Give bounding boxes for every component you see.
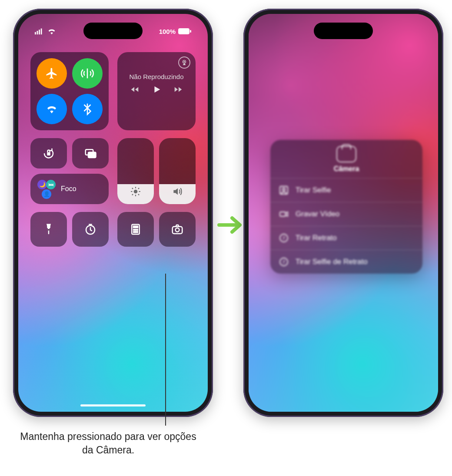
- moon-icon: 🌙: [37, 180, 47, 189]
- camera-option-label: Tirar Selfie de Retrato: [296, 258, 368, 266]
- cellular-signal-icon: [35, 26, 44, 36]
- connectivity-group[interactable]: [30, 52, 109, 130]
- brightness-icon: [117, 186, 154, 197]
- bluetooth-toggle[interactable]: [72, 94, 103, 124]
- camera-option-label: Gravar Vídeo: [296, 210, 339, 218]
- svg-text:f: f: [283, 259, 285, 264]
- aperture-icon: f: [278, 256, 289, 268]
- camera-menu-title: Câmera: [270, 165, 422, 173]
- now-playing-tile[interactable]: Não Reproduzindo: [117, 52, 196, 130]
- calculator-button[interactable]: [117, 212, 154, 247]
- orientation-lock-button[interactable]: [30, 138, 67, 169]
- camera-option-portrait[interactable]: f Tirar Retrato: [270, 226, 422, 250]
- wifi-toggle[interactable]: [37, 94, 67, 124]
- bed-icon: 🛏: [46, 180, 56, 189]
- svg-rect-4: [178, 28, 189, 34]
- svg-point-23: [176, 228, 179, 232]
- flashlight-button[interactable]: [30, 212, 67, 247]
- svg-point-28: [280, 234, 288, 242]
- arrow-right-icon: [217, 213, 242, 237]
- svg-rect-0: [35, 32, 36, 35]
- svg-rect-8: [47, 152, 50, 156]
- svg-rect-1: [37, 31, 38, 34]
- volume-slider[interactable]: [159, 138, 196, 204]
- aperture-icon: f: [278, 232, 289, 244]
- screen-mirroring-button[interactable]: [72, 138, 109, 169]
- camera-option-video[interactable]: Gravar Vídeo: [270, 202, 422, 226]
- timer-button[interactable]: [72, 212, 109, 247]
- screen-left: 100%: [18, 14, 208, 412]
- svg-rect-25: [280, 186, 288, 194]
- svg-rect-5: [190, 30, 191, 33]
- svg-point-19: [133, 231, 135, 233]
- svg-point-20: [135, 231, 136, 233]
- dynamic-island: [83, 23, 143, 39]
- camera-icon: [336, 146, 356, 162]
- screen-right: Câmera Tirar Selfie Gravar Vídeo: [249, 14, 438, 412]
- focus-label: Foco: [61, 185, 76, 193]
- camera-option-portrait-selfie[interactable]: f Tirar Selfie de Retrato: [270, 250, 422, 274]
- svg-point-11: [134, 190, 138, 194]
- focus-button[interactable]: 🌙 🛏 👤 Foco: [30, 174, 109, 204]
- home-indicator[interactable]: [80, 404, 146, 407]
- camera-option-label: Tirar Selfie: [296, 186, 331, 195]
- callout-text: Mantenha pressionado para ver opções da …: [15, 430, 202, 457]
- battery-icon: [178, 28, 191, 34]
- brightness-slider[interactable]: [117, 138, 154, 204]
- video-icon: [278, 208, 289, 220]
- focus-icons: 🌙 🛏 👤: [37, 179, 56, 199]
- svg-rect-3: [41, 29, 42, 35]
- svg-point-18: [137, 229, 138, 231]
- svg-rect-10: [88, 152, 96, 158]
- svg-text:f: f: [283, 235, 285, 241]
- svg-point-21: [137, 231, 138, 233]
- svg-point-7: [184, 61, 185, 62]
- airplane-mode-toggle[interactable]: [37, 58, 67, 89]
- camera-button[interactable]: [159, 212, 196, 247]
- wifi-status-icon: [47, 26, 56, 36]
- volume-icon: [159, 186, 196, 197]
- camera-option-selfie[interactable]: Tirar Selfie: [270, 178, 422, 202]
- callout-leader-line: [165, 274, 166, 426]
- camera-option-label: Tirar Retrato: [296, 234, 337, 242]
- svg-point-26: [282, 188, 285, 191]
- person-square-icon: [278, 185, 289, 196]
- dynamic-island: [314, 23, 373, 39]
- svg-rect-2: [39, 30, 40, 34]
- cellular-data-toggle[interactable]: [72, 58, 103, 89]
- airplay-icon[interactable]: [178, 56, 190, 69]
- play-icon[interactable]: [152, 85, 161, 97]
- rewind-icon[interactable]: [130, 85, 140, 97]
- phone-left: 100%: [13, 9, 213, 417]
- svg-point-30: [280, 258, 288, 266]
- svg-rect-15: [133, 226, 138, 228]
- battery-percent-label: 100%: [159, 28, 176, 35]
- person-icon: 👤: [42, 189, 51, 199]
- svg-point-12: [48, 229, 50, 231]
- camera-options-popover: Câmera Tirar Selfie Gravar Vídeo: [270, 140, 422, 274]
- phone-right: Câmera Tirar Selfie Gravar Vídeo: [243, 9, 443, 417]
- svg-point-6: [183, 60, 186, 63]
- svg-rect-27: [280, 212, 286, 216]
- now-playing-title: Não Reproduzindo: [124, 73, 189, 80]
- svg-point-16: [133, 229, 135, 231]
- forward-icon[interactable]: [173, 85, 183, 97]
- svg-point-17: [135, 229, 136, 231]
